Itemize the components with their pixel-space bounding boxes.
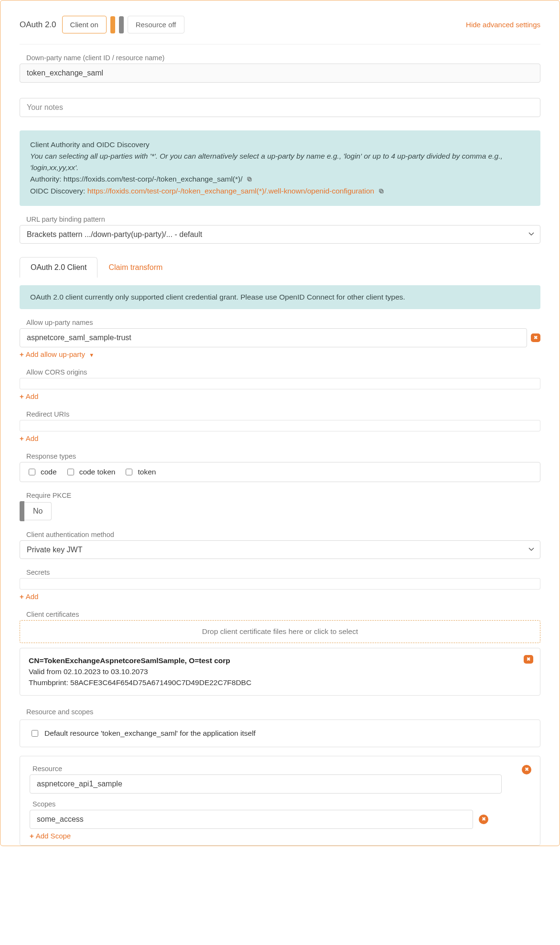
tabs: OAuth 2.0 Client Claim transform (20, 257, 540, 278)
checkbox[interactable] (29, 469, 35, 475)
authority-label: Authority: (30, 175, 64, 183)
redirect-input[interactable] (20, 420, 540, 431)
secrets-input[interactable] (20, 578, 540, 590)
cert-valid: Valid from 02.10.2023 to 03.10.2073 (29, 666, 531, 677)
client-switch-icon[interactable] (110, 16, 115, 33)
redirect-label: Redirect URIs (26, 410, 540, 418)
oidc-url[interactable]: https://foxids.com/test-corp/-/token_exc… (87, 187, 375, 195)
notes-input[interactable] (20, 98, 540, 117)
svg-rect-0 (248, 178, 251, 181)
allow-up-party-label: Allow up-party names (26, 319, 540, 326)
res-scopes-label: Resource and scopes (26, 708, 540, 716)
pkce-value: No (24, 502, 52, 520)
response-type-token[interactable]: token (124, 467, 156, 477)
resource-entry: Resource Scopes +Add Scope (20, 756, 540, 846)
header: OAuth 2.0 Client on Resource off Hide ad… (20, 16, 540, 44)
response-type-code[interactable]: code (27, 467, 57, 477)
add-scope[interactable]: +Add Scope (30, 832, 71, 840)
delete-icon[interactable] (479, 815, 488, 824)
add-secret[interactable]: +Add (20, 592, 38, 601)
down-party-label: Down-party name (client ID / resource na… (26, 54, 540, 62)
checkbox[interactable] (32, 730, 38, 737)
delete-icon[interactable] (522, 765, 531, 774)
notice-banner: OAuth 2.0 client currently only supporte… (20, 285, 540, 309)
add-cors[interactable]: +Add (20, 392, 38, 400)
cert-cn: CN=TokenExchangeAspnetcoreSamlSample, O=… (29, 655, 531, 666)
copy-icon[interactable] (247, 174, 252, 185)
down-party-input[interactable] (20, 64, 540, 83)
resource-toggle[interactable]: Resource off (128, 16, 184, 33)
pkce-toggle[interactable]: No (20, 501, 540, 521)
svg-rect-3 (379, 189, 382, 192)
add-redirect[interactable]: +Add (20, 434, 38, 442)
cors-input[interactable] (20, 378, 540, 389)
client-toggle[interactable]: Client on (62, 16, 107, 33)
svg-rect-2 (380, 190, 383, 193)
secrets-label: Secrets (26, 569, 540, 576)
resource-switch-icon[interactable] (119, 16, 124, 33)
cert-thumbprint: Thumbprint: 58ACFE3C64F654D75A671490C7D4… (29, 677, 531, 688)
authority-heading: Client Authority and OIDC Discovery (30, 139, 530, 150)
auth-method-select[interactable]: Private key JWT (20, 540, 540, 559)
scope-input[interactable] (30, 810, 473, 829)
add-allow-up-party[interactable]: +Add allow up-party ▼ (20, 350, 94, 358)
toggle-handle-icon (20, 501, 24, 521)
url-pattern-select[interactable]: Brackets pattern .../down-party(up-party… (20, 225, 540, 244)
authority-url: https://foxids.com/test-corp/-/token_exc… (64, 175, 243, 183)
checkbox[interactable] (67, 469, 74, 475)
delete-icon[interactable] (531, 333, 540, 342)
delete-icon[interactable] (524, 655, 533, 664)
response-types-group: code code token token (20, 462, 540, 482)
scopes-label: Scopes (32, 800, 530, 808)
default-resource-checkbox[interactable]: Default resource 'token_exchange_saml' f… (30, 729, 530, 738)
authority-desc: You can selecting all up-parties with '*… (30, 152, 503, 172)
cert-entry: CN=TokenExchangeAspnetcoreSamlSample, O=… (20, 648, 540, 696)
resource-label: Resource (32, 765, 530, 773)
pkce-label: Require PKCE (26, 492, 540, 499)
cors-label: Allow CORS origins (26, 368, 540, 376)
response-types-label: Response types (26, 452, 540, 460)
page-title: OAuth 2.0 (20, 20, 56, 30)
authority-panel: Client Authority and OIDC Discovery You … (20, 130, 540, 206)
allow-up-party-input[interactable] (20, 328, 527, 347)
certs-label: Client certificates (26, 611, 540, 618)
auth-method-label: Client authentication method (26, 531, 540, 538)
tab-claim-transform[interactable]: Claim transform (97, 257, 173, 278)
url-pattern-label: URL party binding pattern (26, 215, 540, 223)
hide-advanced-link[interactable]: Hide advanced settings (466, 21, 540, 29)
cert-dropzone[interactable]: Drop client certificate files here or cl… (20, 620, 540, 643)
default-resource-box: Default resource 'token_exchange_saml' f… (20, 719, 540, 747)
oidc-label: OIDC Discovery: (30, 187, 87, 195)
svg-rect-1 (248, 177, 250, 180)
tab-oauth-client[interactable]: OAuth 2.0 Client (20, 257, 97, 278)
copy-icon[interactable] (378, 186, 384, 197)
checkbox[interactable] (126, 469, 132, 475)
resource-input[interactable] (30, 774, 502, 794)
response-type-code-token[interactable]: code token (65, 467, 116, 477)
